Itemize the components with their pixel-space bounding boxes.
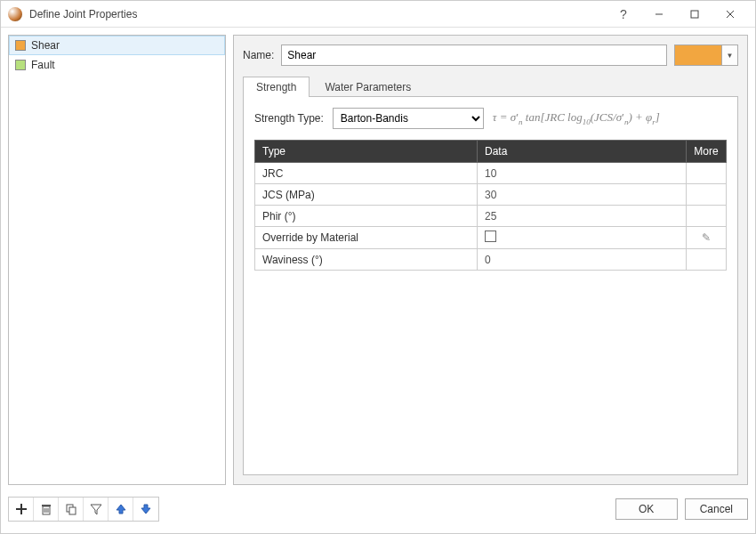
joint-list-item-label: Fault (31, 59, 55, 71)
svg-rect-12 (69, 507, 76, 514)
table-row: JCS (MPa)30 (255, 184, 727, 206)
app-icon (8, 7, 22, 21)
edit-icon[interactable]: ✎ (702, 231, 711, 244)
move-down-button[interactable] (133, 498, 158, 521)
copy-button[interactable] (59, 498, 84, 521)
joint-list[interactable]: ShearFault (8, 35, 226, 485)
param-type-cell: Waviness (°) (255, 249, 478, 271)
strength-params-table: Type Data More JRC10JCS (MPa)30Phir (°)2… (254, 140, 727, 271)
minimize-button[interactable] (641, 2, 677, 27)
param-more-cell (687, 163, 727, 184)
tab-strength[interactable]: Strength (243, 77, 310, 97)
tabs-header: StrengthWater Parameters (243, 75, 738, 96)
list-toolbar (8, 497, 159, 522)
delete-button[interactable] (34, 498, 59, 521)
color-swatch-icon (15, 40, 26, 51)
dialog-footer: OK Cancel (1, 492, 755, 526)
maximize-button[interactable] (677, 2, 712, 27)
param-type-cell: JCS (MPa) (255, 184, 478, 206)
help-button[interactable]: ? (606, 2, 641, 27)
param-more-cell (687, 249, 727, 271)
filter-button[interactable] (84, 498, 109, 521)
joint-list-item[interactable]: Fault (9, 55, 225, 75)
col-header-data: Data (478, 141, 687, 163)
svg-rect-10 (42, 505, 51, 506)
param-more-cell (687, 206, 727, 227)
color-picker[interactable]: ▼ (674, 44, 738, 66)
col-header-type: Type (255, 141, 478, 163)
tab-water[interactable]: Water Parameters (311, 77, 424, 97)
table-row: JRC10 (255, 163, 727, 184)
param-more-cell (687, 184, 727, 206)
color-swatch-icon (15, 60, 26, 70)
param-data-cell[interactable]: 30 (478, 184, 687, 206)
param-type-cell: Override by Material (255, 227, 478, 249)
add-button[interactable] (9, 498, 34, 521)
svg-rect-1 (691, 11, 698, 18)
table-row: Phir (°)25 (255, 206, 727, 227)
svg-marker-15 (141, 505, 150, 514)
joint-list-item[interactable]: Shear (9, 36, 225, 55)
joint-list-item-label: Shear (31, 39, 60, 52)
cancel-button[interactable]: Cancel (685, 498, 748, 520)
param-more-cell[interactable]: ✎ (687, 227, 727, 249)
name-label: Name: (243, 49, 274, 61)
svg-marker-14 (117, 505, 125, 514)
param-data-cell[interactable]: 0 (478, 249, 687, 271)
checkbox[interactable] (485, 231, 496, 242)
ok-button[interactable]: OK (615, 498, 678, 520)
strength-formula: τ = σ′n tan[JRC log10(JCS/σ′n) + φr] (493, 110, 660, 126)
param-data-cell[interactable]: 10 (478, 163, 687, 184)
chevron-down-icon[interactable]: ▼ (721, 45, 737, 65)
param-type-cell: JRC (255, 163, 478, 184)
param-data-cell[interactable] (478, 227, 687, 249)
name-input[interactable] (281, 44, 667, 66)
window-title: Define Joint Properties (29, 8, 137, 20)
strength-type-select[interactable]: Barton-Bandis (333, 108, 484, 129)
properties-panel: Name: ▼ StrengthWater Parameters Strengt… (233, 35, 748, 485)
tab-body-strength: Strength Type: Barton-Bandis τ = σ′n tan… (243, 96, 738, 475)
col-header-more: More (687, 141, 727, 163)
move-up-button[interactable] (109, 498, 133, 521)
svg-marker-13 (91, 505, 101, 514)
close-button[interactable] (712, 2, 748, 27)
param-type-cell: Phir (°) (255, 206, 478, 227)
color-swatch (675, 45, 721, 65)
titlebar: Define Joint Properties ? (1, 1, 755, 28)
strength-type-label: Strength Type: (254, 112, 324, 125)
table-row: Waviness (°)0 (255, 249, 727, 271)
table-row: Override by Material✎ (255, 227, 727, 249)
param-data-cell[interactable]: 25 (478, 206, 687, 227)
